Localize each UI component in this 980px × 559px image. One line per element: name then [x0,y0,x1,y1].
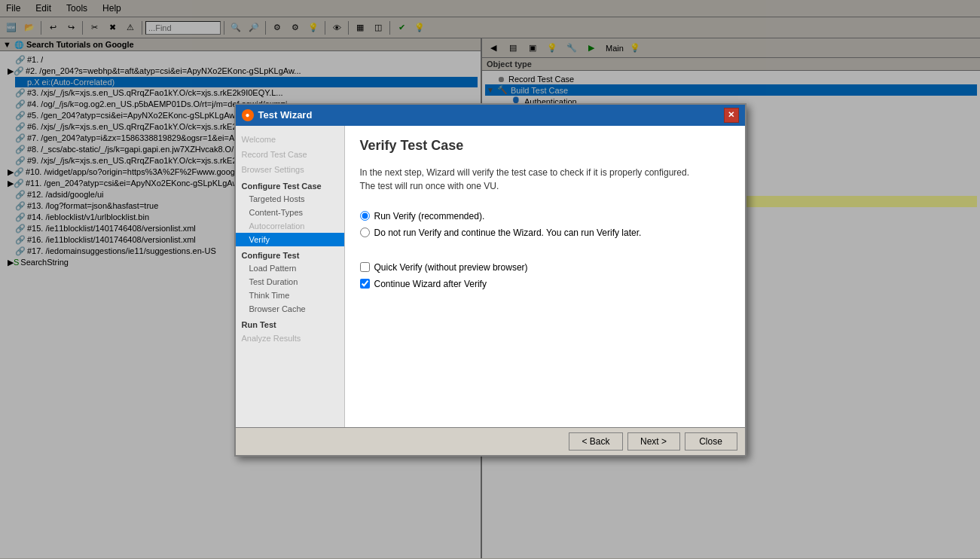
radio-skip-verify-label: Do not run Verify and continue the Wizar… [374,228,642,238]
verify-radio-group: Run Verify (recommended). Do not run Ver… [360,211,730,238]
modal-body: Welcome Record Test Case Browser Setting… [236,126,745,427]
radio-run-verify-input[interactable] [360,211,370,221]
wizard-group-configure: Configure Test Case [236,177,344,192]
wizard-item-targeted-hosts[interactable]: Targeted Hosts [236,192,344,206]
radio-skip-verify-input[interactable] [360,228,370,237]
radio-run-verify[interactable]: Run Verify (recommended). [360,211,730,221]
wizard-item-welcome[interactable]: Welcome [236,132,344,147]
checkbox-quick-verify[interactable]: Quick Verify (without preview browser) [360,262,730,273]
wizard-item-autocorrelation[interactable]: Autocorrelation [236,219,344,233]
radio-skip-verify[interactable]: Do not run Verify and continue the Wizar… [360,228,730,238]
wizard-content-title: Verify Test Case [360,138,730,154]
wizard-item-load-pattern[interactable]: Load Pattern [236,261,344,275]
quick-verify-label: Quick Verify (without preview browser) [374,262,528,273]
verify-checkbox-group: Quick Verify (without preview browser) C… [360,262,730,289]
modal-title: Test Wizard [258,109,313,121]
wizard-content-area: Verify Test Case In the next step, Wizar… [345,126,745,427]
wizard-sidebar: Welcome Record Test Case Browser Setting… [236,126,345,427]
modal-overlay: ● Test Wizard ✕ Welcome Record Test Case… [0,0,980,558]
wizard-item-browser-settings[interactable]: Browser Settings [236,162,344,177]
wizard-item-content-types[interactable]: Content-Types [236,206,344,219]
wizard-item-test-duration[interactable]: Test Duration [236,275,344,289]
wizard-group-configure-test: Configure Test [236,246,344,261]
continue-after-label: Continue Wizard after Verify [374,279,487,289]
close-button[interactable]: Close [685,432,737,451]
back-button[interactable]: < Back [569,432,622,451]
wizard-description: In the next step, Wizard will verify the… [360,166,730,193]
wizard-item-think-time[interactable]: Think Time [236,289,344,302]
checkbox-continue-after[interactable]: Continue Wizard after Verify [360,279,730,289]
quick-verify-input[interactable] [360,262,370,272]
radio-run-verify-label: Run Verify (recommended). [374,211,485,221]
wizard-item-record[interactable]: Record Test Case [236,147,344,162]
modal-footer: < Back Next > Close [236,427,745,455]
test-wizard-modal: ● Test Wizard ✕ Welcome Record Test Case… [234,103,746,457]
next-button[interactable]: Next > [627,432,680,451]
wizard-item-browser-cache[interactable]: Browser Cache [236,302,344,316]
wizard-item-analyze-results[interactable]: Analyze Results [236,331,344,346]
modal-close-button[interactable]: ✕ [724,108,739,123]
continue-after-input[interactable] [360,279,370,289]
wizard-group-run-test: Run Test [236,316,344,331]
modal-icon: ● [242,109,254,121]
wizard-item-verify[interactable]: Verify [236,233,344,246]
modal-titlebar: ● Test Wizard ✕ [236,105,745,126]
